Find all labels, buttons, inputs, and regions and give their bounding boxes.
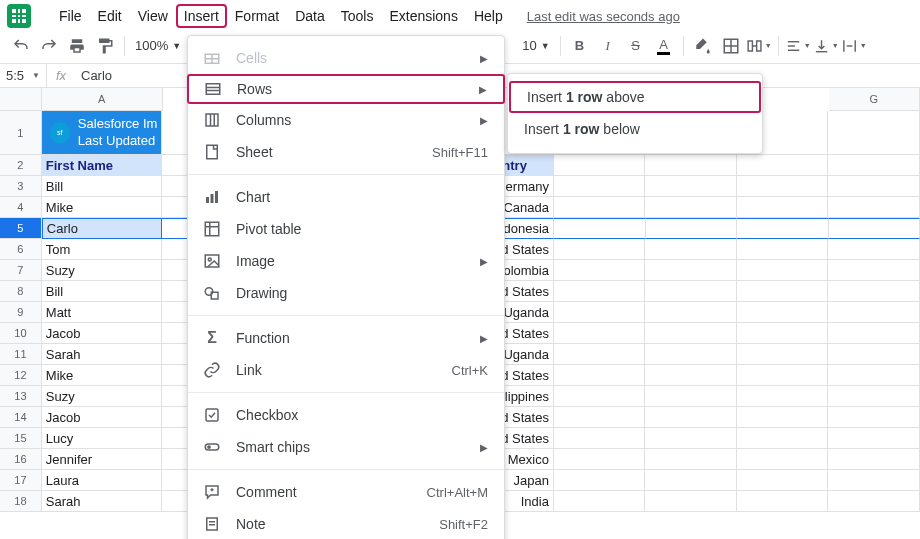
- cell[interactable]: [828, 449, 920, 470]
- cell[interactable]: [554, 407, 646, 428]
- cell[interactable]: [645, 449, 737, 470]
- cell[interactable]: [645, 239, 737, 260]
- cell-first-name[interactable]: Sarah: [42, 344, 163, 365]
- banner-cell[interactable]: sf Salesforce Im Last Updated: [42, 111, 163, 155]
- menu-item-pivot[interactable]: Pivot table: [188, 213, 504, 245]
- cell[interactable]: [737, 260, 829, 281]
- cell-first-name[interactable]: Sarah: [42, 491, 163, 512]
- cell[interactable]: [645, 260, 737, 281]
- cell[interactable]: [554, 386, 646, 407]
- row-header-8[interactable]: 8: [0, 281, 42, 302]
- menu-insert[interactable]: Insert: [176, 4, 227, 28]
- row-header-1[interactable]: 1: [0, 111, 42, 155]
- cell[interactable]: [737, 386, 829, 407]
- merge-cells-button[interactable]: ▼: [746, 33, 772, 59]
- menu-item-chart[interactable]: Chart: [188, 181, 504, 213]
- cell[interactable]: [737, 218, 829, 239]
- text-color-button[interactable]: A: [651, 33, 677, 59]
- cell[interactable]: [828, 470, 920, 491]
- cell[interactable]: [645, 155, 737, 176]
- cell-first-name[interactable]: Suzy: [42, 386, 163, 407]
- cell[interactable]: [646, 218, 738, 239]
- cell[interactable]: [554, 197, 646, 218]
- row-header-3[interactable]: 3: [0, 176, 42, 197]
- menu-extensions[interactable]: Extensions: [381, 4, 465, 28]
- redo-button[interactable]: [36, 33, 62, 59]
- row-header-13[interactable]: 13: [0, 386, 42, 407]
- cell[interactable]: [554, 365, 646, 386]
- cell[interactable]: [645, 302, 737, 323]
- cell-first-name[interactable]: Bill: [42, 176, 163, 197]
- cell[interactable]: [737, 197, 829, 218]
- row-header-7[interactable]: 7: [0, 260, 42, 281]
- row-header-11[interactable]: 11: [0, 344, 42, 365]
- cell[interactable]: [645, 428, 737, 449]
- zoom-dropdown[interactable]: 100%▼: [131, 38, 185, 53]
- name-box[interactable]: 5:5 ▼: [0, 68, 46, 83]
- row-header-12[interactable]: 12: [0, 365, 42, 386]
- menu-tools[interactable]: Tools: [333, 4, 382, 28]
- cell-first-name[interactable]: Jennifer: [42, 449, 163, 470]
- row-header-15[interactable]: 15: [0, 428, 42, 449]
- cell[interactable]: [737, 365, 829, 386]
- cell[interactable]: [737, 239, 829, 260]
- fill-color-button[interactable]: [690, 33, 716, 59]
- cell[interactable]: [737, 281, 829, 302]
- cell[interactable]: [737, 344, 829, 365]
- select-all-corner[interactable]: [0, 88, 42, 111]
- cell[interactable]: [645, 323, 737, 344]
- cell[interactable]: [645, 491, 737, 512]
- cell-first-name[interactable]: Bill: [42, 281, 163, 302]
- header-first-name[interactable]: First Name: [42, 155, 163, 176]
- cell[interactable]: [737, 302, 829, 323]
- row-header-5[interactable]: 5: [0, 218, 42, 239]
- cell-first-name[interactable]: Mike: [42, 365, 163, 386]
- cell[interactable]: [554, 260, 646, 281]
- cell[interactable]: [737, 176, 829, 197]
- last-edit-link[interactable]: Last edit was seconds ago: [527, 9, 680, 24]
- undo-button[interactable]: [8, 33, 34, 59]
- cell[interactable]: [828, 386, 920, 407]
- cell[interactable]: [828, 323, 920, 344]
- cell[interactable]: [828, 111, 920, 155]
- cell[interactable]: [737, 407, 829, 428]
- menu-item-note[interactable]: NoteShift+F2: [188, 508, 504, 539]
- cell[interactable]: [554, 491, 646, 512]
- column-header-A[interactable]: A: [42, 88, 162, 111]
- cell[interactable]: [645, 407, 737, 428]
- cell[interactable]: [554, 428, 646, 449]
- menu-item-chips[interactable]: Smart chips▶: [188, 431, 504, 463]
- sheets-app-icon[interactable]: [7, 4, 31, 28]
- cell[interactable]: [554, 218, 646, 239]
- cell-first-name[interactable]: Carlo: [42, 218, 163, 239]
- cell[interactable]: [828, 365, 920, 386]
- menu-item-function[interactable]: ΣFunction▶: [188, 322, 504, 354]
- cell[interactable]: [737, 428, 829, 449]
- menu-item-link[interactable]: LinkCtrl+K: [188, 354, 504, 386]
- cell[interactable]: [554, 281, 646, 302]
- cell[interactable]: [554, 323, 646, 344]
- print-button[interactable]: [64, 33, 90, 59]
- cell[interactable]: [829, 218, 920, 239]
- row-header-6[interactable]: 6: [0, 239, 42, 260]
- cell-first-name[interactable]: Jacob: [42, 323, 163, 344]
- menu-data[interactable]: Data: [287, 4, 333, 28]
- cell[interactable]: [645, 344, 737, 365]
- cell[interactable]: [737, 449, 829, 470]
- column-header-G[interactable]: G: [829, 88, 920, 111]
- vertical-align-button[interactable]: ▼: [813, 33, 839, 59]
- horizontal-align-button[interactable]: ▼: [785, 33, 811, 59]
- paint-format-button[interactable]: [92, 33, 118, 59]
- cell[interactable]: [828, 344, 920, 365]
- menu-item-image[interactable]: Image▶: [188, 245, 504, 277]
- cell-first-name[interactable]: Lucy: [42, 428, 163, 449]
- cell[interactable]: [554, 470, 646, 491]
- cell[interactable]: [828, 302, 920, 323]
- row-header-2[interactable]: 2: [0, 155, 42, 176]
- strikethrough-button[interactable]: S: [623, 33, 649, 59]
- cell[interactable]: [737, 470, 829, 491]
- menu-item-sheet[interactable]: SheetShift+F11: [188, 136, 504, 168]
- borders-button[interactable]: [718, 33, 744, 59]
- menu-format[interactable]: Format: [227, 4, 287, 28]
- cell-first-name[interactable]: Jacob: [42, 407, 163, 428]
